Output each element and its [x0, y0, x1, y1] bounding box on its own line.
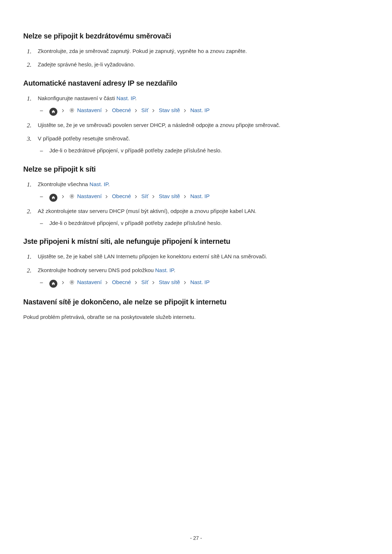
home-icon [49, 194, 57, 202]
nav-general[interactable]: Obecné [112, 107, 131, 113]
chevron-right-icon [105, 108, 109, 113]
nav-settings[interactable]: Nastavení [77, 107, 102, 113]
chevron-right-icon [183, 280, 187, 285]
text: V případě potřeby resetujte směrovač. [38, 135, 130, 141]
nav-path: Nastavení Obecné Síť Stav sítě Nast. IP [49, 192, 369, 202]
list-item: Ujistěte se, že je kabel sítě LAN Intern… [38, 252, 369, 260]
chevron-right-icon [183, 108, 187, 113]
nav-path: Nastavení Obecné Síť Stav sítě Nast. IP [49, 278, 369, 288]
chevron-right-icon [61, 280, 65, 285]
text: . [108, 181, 110, 187]
chevron-right-icon [105, 194, 109, 199]
list-item: Zkontrolujte, zda je směrovač zapnutý. P… [38, 47, 369, 55]
chevron-right-icon [134, 108, 138, 113]
home-icon [49, 108, 57, 116]
chevron-right-icon [134, 194, 138, 199]
home-icon [49, 280, 57, 288]
nav-general[interactable]: Obecné [112, 193, 131, 199]
link-nast-ip[interactable]: Nast. IP [155, 267, 174, 273]
list-item: Jde-li o bezdrátové připojení, v případě… [49, 219, 369, 227]
chevron-right-icon [61, 108, 65, 113]
text: . [135, 95, 136, 101]
nav-status[interactable]: Stav sítě [159, 107, 180, 113]
nav-network[interactable]: Síť [141, 193, 148, 199]
nav-status[interactable]: Stav sítě [159, 193, 180, 199]
heading-setup-done-no-internet: Nastavení sítě je dokončeno, ale nelze s… [23, 298, 369, 306]
text: Až zkontrolujete stav serveru DHCP (musí… [38, 208, 257, 214]
heading-cannot-connect-network: Nelze se připojit k síti [23, 165, 369, 173]
text: . [174, 267, 175, 273]
list-item: Zadejte správné heslo, je-li vyžadováno. [38, 60, 369, 69]
list-item: Ujistěte se, že je ve směrovači povolen … [38, 121, 369, 129]
page-number: - 27 - [0, 535, 392, 541]
nav-ip[interactable]: Nast. IP [190, 193, 209, 199]
heading-cannot-connect-router: Nelze se připojit k bezdrátovému směrova… [23, 32, 369, 40]
gear-icon [69, 107, 75, 114]
text: Zkontrolujte všechna [38, 181, 90, 187]
chevron-right-icon [134, 280, 138, 285]
text: Nakonfigurujte nastavení v části [38, 95, 117, 101]
chevron-right-icon [151, 108, 156, 113]
list-item: Nakonfigurujte nastavení v části Nast. I… [38, 94, 369, 116]
chevron-right-icon [183, 194, 187, 199]
list-item: Zkontrolujte všechna Nast. IP. Nastavení… [38, 180, 369, 202]
nav-ip[interactable]: Nast. IP [190, 279, 209, 285]
nav-status[interactable]: Stav sítě [159, 279, 180, 285]
nav-general[interactable]: Obecné [112, 279, 131, 285]
list-item: Až zkontrolujete stav serveru DHCP (musí… [38, 207, 369, 227]
nav-settings[interactable]: Nastavení [77, 193, 102, 199]
list-item: Zkontrolujte hodnoty serveru DNS pod pol… [38, 266, 369, 288]
gear-icon [69, 193, 75, 200]
text: Zkontrolujte hodnoty serveru DNS pod pol… [38, 267, 155, 273]
paragraph: Pokud problém přetrvává, obraťte se na p… [23, 313, 369, 321]
list-item: V případě potřeby resetujte směrovač. Jd… [38, 134, 369, 155]
chevron-right-icon [105, 280, 109, 285]
chevron-right-icon [151, 194, 156, 199]
link-nast-ip[interactable]: Nast. IP [90, 181, 108, 187]
nav-settings[interactable]: Nastavení [77, 279, 102, 285]
heading-local-no-internet: Jste připojeni k místní síti, ale nefung… [23, 237, 369, 246]
nav-network[interactable]: Síť [141, 279, 148, 285]
list-item: Jde-li o bezdrátové připojení, v případě… [49, 146, 369, 155]
nav-path: Nastavení Obecné Síť Stav sítě Nast. IP [49, 106, 369, 116]
link-nast-ip[interactable]: Nast. IP [117, 95, 135, 101]
nav-ip[interactable]: Nast. IP [190, 107, 209, 113]
chevron-right-icon [61, 194, 65, 199]
gear-icon [69, 279, 75, 286]
heading-auto-ip-failed: Automatické nastavení adresy IP se nezda… [23, 79, 369, 87]
chevron-right-icon [151, 280, 156, 285]
nav-network[interactable]: Síť [141, 107, 148, 113]
